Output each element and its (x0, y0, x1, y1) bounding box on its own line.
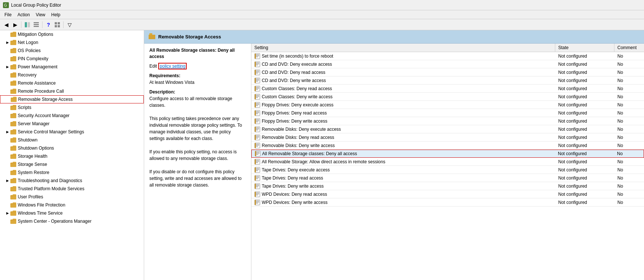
sidebar-item-scripts[interactable]: Scripts (0, 103, 144, 112)
svg-rect-51 (255, 112, 259, 113)
policy-icon (254, 167, 260, 173)
svg-rect-65 (255, 136, 259, 136)
sidebar-item-net-logon[interactable]: ▶ Net Logon (0, 38, 144, 47)
filter-button[interactable]: ▽ (65, 21, 74, 29)
table-row[interactable]: Tape Drives: Deny execute accessNot conf… (251, 166, 644, 174)
sidebar-item-windows-file-protection[interactable]: Windows File Protection (0, 201, 144, 209)
table-row[interactable]: Floppy Drives: Deny read accessNot confi… (251, 109, 644, 117)
toolbar-sep-3 (63, 21, 64, 28)
table-row[interactable]: Floppy Drives: Deny execute accessNot co… (251, 101, 644, 109)
svg-rect-108 (255, 200, 256, 205)
td-comment: No (614, 198, 644, 206)
sidebar-item-user-profiles[interactable]: User Profiles (0, 193, 144, 201)
sidebar-item-storage-health[interactable]: Storage Health (0, 152, 144, 160)
back-button[interactable]: ◀ (2, 21, 10, 29)
folder-icon (10, 48, 16, 53)
sidebar-item-remote-assistance[interactable]: Remote Assistance (0, 79, 144, 87)
svg-rect-97 (255, 187, 258, 187)
svg-rect-38 (255, 86, 256, 91)
table-row[interactable]: All Removable Storage: Allow direct acce… (251, 158, 644, 166)
view1-button[interactable] (32, 21, 40, 29)
th-comment[interactable]: Comment (614, 44, 644, 52)
table-row[interactable]: WPD Devices: Deny write accessNot config… (251, 198, 644, 206)
show-hide-button[interactable] (23, 21, 31, 29)
table-row[interactable]: Custom Classes: Deny write accessNot con… (251, 93, 644, 101)
folder-icon (10, 194, 16, 199)
td-setting: Floppy Drives: Deny execute access (251, 101, 555, 109)
table-row[interactable]: CD and DVD: Deny read accessNot configur… (251, 68, 644, 76)
sidebar-item-system-restore[interactable]: System Restore (0, 168, 144, 177)
menu-view[interactable]: View (33, 11, 48, 18)
sidebar-item-remote-procedure-call[interactable]: Remote Procedure Call (0, 87, 144, 95)
table-row[interactable]: Set time (in seconds) to force rebootNot… (251, 52, 644, 60)
sidebar-item-server-manager[interactable]: Server Manager (0, 120, 144, 128)
table-row[interactable]: Tape Drives: Deny read accessNot configu… (251, 174, 644, 182)
menu-file[interactable]: File (1, 11, 14, 18)
sidebar-item-trusted-platform[interactable]: Trusted Platform Module Services (0, 185, 144, 193)
table-row[interactable]: All Removable Storage classes: Deny all … (251, 150, 644, 158)
table-row[interactable]: Floppy Drives: Deny write accessNot conf… (251, 117, 644, 125)
table-row[interactable]: Tape Drives: Deny write accessNot config… (251, 182, 644, 190)
svg-rect-93 (255, 175, 256, 181)
policy-icon (254, 69, 260, 75)
sidebar-item-system-center[interactable]: System Center - Operations Manager (0, 217, 144, 225)
table-row[interactable]: Removable Disks: Deny read accessNot con… (251, 133, 644, 141)
svg-rect-30 (255, 79, 259, 79)
table-row[interactable]: CD and DVD: Deny execute accessNot confi… (251, 60, 644, 68)
svg-rect-32 (255, 81, 258, 82)
sidebar-item-storage-sense[interactable]: Storage Sense (0, 160, 144, 168)
setting-text: CD and DVD: Deny execute access (262, 62, 332, 67)
policy-setting-link[interactable]: policy setting (160, 64, 185, 69)
sidebar-item-service-control-manager[interactable]: ▶ Service Control Manager Settings (0, 128, 144, 136)
expand-arrow: ▶ (5, 130, 10, 134)
folder-icon (10, 211, 16, 216)
svg-rect-85 (255, 168, 259, 169)
folder-icon (10, 32, 16, 37)
forward-button[interactable]: ▶ (11, 21, 19, 29)
table-row[interactable]: Removable Disks: Deny write accessNot co… (251, 141, 644, 150)
folder-icon (10, 56, 16, 61)
svg-rect-22 (255, 65, 258, 65)
table-row[interactable]: WPD Devices: Deny read accessNot configu… (251, 190, 644, 198)
td-comment: No (614, 182, 644, 190)
policy-icon (254, 191, 260, 197)
svg-rect-10 (58, 25, 60, 27)
svg-rect-5 (34, 24, 39, 25)
help-button[interactable]: ? (44, 21, 52, 29)
th-setting[interactable]: Setting (251, 44, 555, 52)
folder-icon (10, 162, 16, 167)
sidebar-item-os-policies[interactable]: OS Policies (0, 47, 144, 55)
td-setting: WPD Devices: Deny read access (251, 190, 555, 198)
sidebar-item-mitigation-options[interactable]: Mitigation Options (0, 30, 144, 38)
th-state[interactable]: State (555, 44, 614, 52)
sidebar-item-troubleshooting[interactable]: ▶ Troubleshooting and Diagnostics (0, 177, 144, 185)
setting-text: Removable Disks: Deny read access (262, 135, 334, 140)
svg-rect-21 (255, 64, 259, 64)
menu-action[interactable]: Action (14, 11, 33, 18)
sidebar-item-shutdown-options[interactable]: Shutdown Options (0, 144, 144, 152)
sidebar-item-windows-time-service[interactable]: ▶ Windows Time Service (0, 209, 144, 217)
sidebar-item-recovery[interactable]: Recovery (0, 71, 144, 79)
sidebar-item-removable-storage-access[interactable]: Removable Storage Access (0, 95, 144, 103)
table-row[interactable]: Removable Disks: Deny execute accessNot … (251, 125, 644, 133)
expand-arrow: ▶ (5, 65, 10, 69)
svg-rect-83 (255, 159, 256, 164)
policy-icon (254, 118, 260, 124)
td-comment: No (614, 133, 644, 141)
td-comment: No (614, 93, 644, 100)
menu-help[interactable]: Help (48, 11, 64, 18)
content-split: All Removable Storage classes: Deny all … (144, 44, 644, 280)
svg-rect-45 (255, 103, 259, 104)
sidebar-item-power-management[interactable]: ▶ Power Management (0, 63, 144, 71)
table-row[interactable]: CD and DVD: Deny write accessNot configu… (251, 76, 644, 85)
td-state: Not configured (555, 150, 614, 157)
table-row[interactable]: Custom Classes: Deny read accessNot conf… (251, 85, 644, 93)
svg-rect-23 (255, 62, 256, 67)
svg-rect-42 (255, 97, 258, 98)
sidebar-item-shutdown[interactable]: Shutdown (0, 136, 144, 144)
sidebar-item-security-account-manager[interactable]: Security Account Manager (0, 112, 144, 120)
view2-button[interactable] (53, 21, 61, 29)
td-setting: Set time (in seconds) to force reboot (251, 52, 555, 60)
svg-rect-12 (149, 35, 155, 39)
sidebar-item-pin-complexity[interactable]: PIN Complexity (0, 55, 144, 63)
